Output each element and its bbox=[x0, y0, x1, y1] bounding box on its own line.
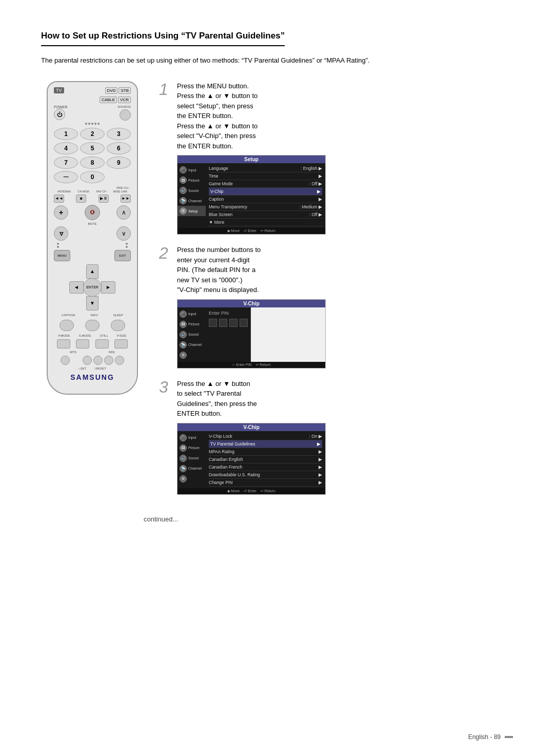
step-2-text: Press the number buttons to enter your c… bbox=[177, 245, 513, 295]
sidebar-channel: 📡 Channel bbox=[177, 196, 206, 206]
step-2-number: 2 bbox=[159, 245, 169, 261]
step-1-number: 1 bbox=[159, 81, 169, 98]
btn-1[interactable]: 1 bbox=[54, 128, 78, 140]
d-pad-down[interactable]: ▼ bbox=[86, 296, 98, 311]
vcr-badge: VCR bbox=[118, 96, 131, 103]
cap-info-sleep-buttons bbox=[54, 320, 131, 331]
ch-down-button[interactable]: ∨ bbox=[116, 226, 131, 241]
btn-0[interactable]: 0 bbox=[80, 171, 104, 183]
info-button[interactable] bbox=[85, 320, 100, 331]
menu-more: ▼ More bbox=[209, 219, 322, 226]
step-2-content: Press the number buttons to enter your c… bbox=[177, 245, 513, 369]
ch-up-button[interactable]: ∧ bbox=[116, 205, 131, 220]
menu-button[interactable]: MENU bbox=[54, 250, 70, 261]
step-2: 2 Press the number buttons to enter your… bbox=[159, 245, 513, 369]
menu3-download-rating: Downloadable U.S. Rating▶ bbox=[209, 471, 322, 479]
main-layout: TV DVD STB CABLE VCR POWER bbox=[41, 81, 513, 505]
p-size-button[interactable] bbox=[114, 339, 128, 348]
sidebar3-picture: 🖼 Picture bbox=[177, 443, 206, 453]
btn-5[interactable]: 5 bbox=[80, 142, 104, 154]
enter-button[interactable]: ENTER bbox=[83, 278, 102, 297]
tv-header-2: V-Chip bbox=[177, 300, 325, 307]
input-icon-2: 🔌 bbox=[180, 311, 187, 318]
channel-icon-2: 📡 bbox=[180, 341, 187, 348]
step-3-text: Press the ▲ or ▼ button to select "TV Pa… bbox=[177, 379, 513, 419]
mute-label: MUTE bbox=[54, 222, 131, 225]
stop-button[interactable]: ■ bbox=[76, 195, 86, 203]
remote-body: TV DVD STB CABLE VCR POWER bbox=[47, 81, 138, 395]
btn-9[interactable]: 9 bbox=[107, 157, 131, 169]
vol-down-button[interactable]: ▿ bbox=[54, 226, 68, 241]
tv-main-3: V-Chip Lock: On ▶ TV Parental Guidelines… bbox=[206, 431, 325, 488]
power-button[interactable]: ⏻ bbox=[54, 109, 65, 120]
d-pad-right[interactable]: ► bbox=[101, 281, 115, 294]
mts-srs-row bbox=[54, 356, 131, 365]
btn-7[interactable]: 7 bbox=[54, 157, 78, 169]
pin-block-3 bbox=[229, 319, 238, 327]
rew-button[interactable]: ◄◄ bbox=[54, 195, 64, 203]
srs-button[interactable] bbox=[83, 356, 92, 365]
s-mode-button[interactable] bbox=[76, 339, 89, 348]
page-number-box bbox=[505, 736, 513, 738]
btn-3[interactable]: 3 bbox=[107, 128, 131, 140]
caption-button[interactable] bbox=[60, 320, 74, 331]
page-number: English - 89 bbox=[468, 733, 513, 741]
step-1-content: Press the MENU button. Press the ▲ or ▼ … bbox=[177, 81, 513, 235]
tv-body-3: 🔌 Input 🖼 Picture 🔊 Sound bbox=[177, 431, 325, 488]
mts-srs-labels: MTS SRS bbox=[54, 351, 131, 354]
btn-4[interactable]: 4 bbox=[54, 142, 78, 154]
tv-header-1: Setup bbox=[177, 156, 325, 163]
btn-2[interactable]: 2 bbox=[80, 128, 104, 140]
extra-button-2[interactable] bbox=[104, 356, 113, 365]
setup-icon-2: ⚙ bbox=[180, 352, 187, 359]
menu3-tv-parental: TV Parental Guidelines▶ bbox=[209, 440, 322, 448]
exit-button[interactable]: EXIT bbox=[114, 250, 131, 261]
still-button[interactable] bbox=[95, 339, 109, 348]
menu-language: Language: English ▶ bbox=[209, 165, 322, 172]
cable-badge: CABLE bbox=[100, 96, 117, 103]
pin-blocks bbox=[209, 319, 248, 327]
tv-footer-1: ◆ Move⏎ Enter↩ Return bbox=[177, 228, 325, 234]
transport-controls: ◄◄ ■ ▶⏸ ►► bbox=[54, 195, 131, 203]
p-mode-button[interactable] bbox=[57, 339, 70, 348]
picture-icon: 🖼 bbox=[180, 177, 187, 184]
number-grid: 1 2 3 4 5 6 7 8 9 — 0 bbox=[54, 128, 131, 183]
mts-button[interactable] bbox=[61, 356, 70, 365]
menu3-change-pin: Change PIN▶ bbox=[209, 479, 322, 487]
input-icon: 🔌 bbox=[180, 166, 187, 173]
btn-6[interactable]: 6 bbox=[107, 142, 131, 154]
page-title: How to Set up Restrictions Using “TV Par… bbox=[41, 31, 285, 46]
d-pad: ▲ ▼ ◄ ► ENTER bbox=[69, 264, 115, 311]
tv-footer-3: ◆ Move⏎ Enter↩ Return bbox=[177, 488, 325, 494]
ff-button[interactable]: ►► bbox=[121, 195, 131, 203]
tv-sidebar-3: 🔌 Input 🖼 Picture 🔊 Sound bbox=[177, 431, 206, 488]
tv-body-2: 🔌 Input 🖼 Picture 🔊 Sound bbox=[177, 307, 325, 362]
power-label: POWER bbox=[54, 105, 67, 109]
tv-header-3: V-Chip bbox=[177, 423, 325, 431]
source-button[interactable] bbox=[120, 109, 131, 121]
tv-screen-3: V-Chip 🔌 Input 🖼 Picture bbox=[177, 423, 326, 495]
play-pause-button[interactable]: ▶⏸ bbox=[98, 195, 109, 203]
tv-screen-2: V-Chip 🔌 Input 🖼 Picture bbox=[177, 299, 326, 369]
sleep-button[interactable] bbox=[111, 320, 125, 331]
sidebar-setup-active: ⚙ Setup bbox=[177, 206, 206, 216]
stb-badge: STB bbox=[118, 87, 131, 94]
btn-8[interactable]: 8 bbox=[80, 157, 104, 169]
extra-button-1[interactable] bbox=[93, 356, 103, 365]
menu3-cdn-english: Canadian English▶ bbox=[209, 456, 322, 463]
extra-button-3[interactable] bbox=[115, 356, 124, 365]
mute-button[interactable]: 🔇 bbox=[85, 205, 100, 220]
btn-dash[interactable]: — bbox=[54, 171, 78, 183]
menu-caption: Caption▶ bbox=[209, 196, 322, 203]
step-3-number: 3 bbox=[159, 379, 169, 395]
tv-main-1: Language: English ▶ Time▶ Game Mode: Off… bbox=[206, 163, 325, 228]
menu-time: Time▶ bbox=[209, 172, 322, 180]
tv-badge: TV bbox=[54, 87, 64, 93]
d-pad-left[interactable]: ◄ bbox=[69, 281, 84, 294]
vol-up-button[interactable]: + bbox=[54, 205, 68, 220]
pin-block-2 bbox=[219, 319, 227, 327]
d-pad-up[interactable]: ▲ bbox=[86, 264, 98, 279]
menu-game-mode: Game Mode: Off ▶ bbox=[209, 180, 322, 188]
mode-labels: P.MODE S.MODE STILL P.SIZE bbox=[54, 334, 131, 337]
tv-screen-1: Setup 🔌 Input 🖼 Picture bbox=[177, 155, 326, 235]
